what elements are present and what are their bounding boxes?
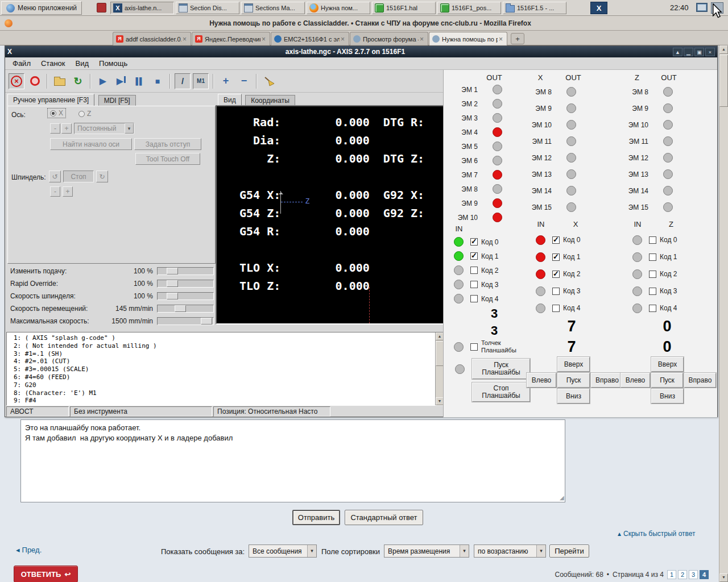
slider-handle[interactable] [175,305,186,312]
new-tab-button[interactable]: + [511,33,524,44]
post-reply-button[interactable]: ОТВЕТИТЬ ↩ [14,566,78,582]
gcode-line[interactable]: 4: #2=.01 (CUT) [14,357,444,365]
menu-item[interactable]: Станок [36,58,71,69]
x-jog-right-button[interactable]: Вправо [591,373,623,388]
stop-program-button[interactable]: ■ [150,73,166,89]
gcode-line[interactable]: 9: F#4 [14,397,444,405]
display-icon[interactable] [696,3,708,12]
window-control-button[interactable]: ▁ [684,48,693,56]
override-slider[interactable] [157,267,214,275]
tab-preview[interactable]: Вид [218,94,242,106]
menu-item[interactable]: Вид [71,58,94,69]
scrollbar-thumb[interactable] [436,341,444,366]
sort-field-select[interactable]: Время размещения [384,544,469,558]
taskbar-task-button[interactable]: 1516F1_pos... [437,2,501,14]
x-start-button[interactable]: Пуск [557,373,590,388]
submit-button[interactable]: Отправить [292,510,340,525]
tab-close-icon[interactable]: × [498,35,504,43]
slider-handle[interactable] [167,293,178,300]
code-checkbox[interactable] [470,281,478,288]
slider-handle[interactable] [167,280,178,287]
page-number[interactable]: 2 [678,570,687,579]
tab-manual-control[interactable]: Ручное управление [F3] [7,94,94,106]
override-slider[interactable] [157,317,214,325]
override-slider[interactable] [157,292,214,300]
tab-close-icon[interactable]: × [260,35,267,43]
display-period-select[interactable]: Все сообщения [249,544,317,558]
spindle-faster-button[interactable]: + [63,186,73,197]
clear-plot-button[interactable] [261,73,277,89]
gcode-scrollbar[interactable] [435,332,444,405]
spindle-ccw-button[interactable]: ↺ [49,171,61,182]
zoom-out-button[interactable]: − [236,73,252,89]
zoom-in-button[interactable]: + [218,73,234,89]
gcode-line[interactable]: 3: #1=.1 (SH) [14,350,444,358]
scroll-down-icon[interactable] [436,397,444,405]
block-delete-button[interactable]: / [175,73,191,89]
standard-reply-button[interactable]: Стандартный ответ [345,510,423,525]
code-checkbox[interactable] [552,288,560,295]
gcode-line[interactable]: 2: ( Not intended for actual milling ) [14,342,444,350]
set-offset-button[interactable]: Задать отступ [134,138,201,150]
menu-item[interactable]: Помощь [94,58,133,69]
jog-plus-button[interactable]: + [61,123,72,134]
x-jog-up-button[interactable]: Вверх [557,357,590,372]
gcode-line[interactable]: 5: #3=.00015 (SCALE) [14,365,444,373]
gcode-line[interactable]: 1: ( AXIS "splash g-code" ) [14,334,444,342]
taskbar-task-button[interactable]: Нужна пом... [307,2,370,14]
taskbar-task-button[interactable]: 1516F1.hal [372,2,436,14]
previous-page-link[interactable]: ◂ Пред. [16,546,42,554]
z-jog-right-button[interactable]: Вправо [684,373,716,388]
spindle-stop-button[interactable]: Стоп [63,171,94,182]
faceplate-start-button[interactable]: Пуск Планшайбы [472,359,530,379]
z-start-button[interactable]: Пуск [651,373,683,388]
code-checkbox[interactable] [552,271,560,278]
hide-quick-reply-link[interactable]: ▴ Скрыть быстрый ответ [618,530,696,538]
machine-power-button[interactable] [27,73,43,89]
dro-display[interactable]: Rad: 0.000 DTG R: Dia: 0.000 Z: 0.000 DT… [216,105,444,325]
scroll-down-icon[interactable] [719,573,728,582]
taskbar-applet-icon[interactable] [97,3,106,13]
textarea-resize-grip[interactable]: ◢ [560,494,564,501]
spindle-slower-button[interactable]: - [50,186,60,197]
code-checkbox[interactable] [552,253,560,261]
optional-pause-button[interactable]: M1 [193,73,209,89]
taskbar-task-button[interactable]: 1516F1.5 - ... [503,2,566,14]
taskbar-task-button[interactable]: Sections Ma... [241,2,305,14]
pause-button[interactable]: ▌▌ [131,73,147,89]
tab-close-icon[interactable]: × [181,35,188,43]
page-number[interactable]: 4 [700,570,709,579]
window-control-button[interactable]: × [705,48,715,56]
x-jog-left-button[interactable]: Влево [527,373,556,388]
browser-tab[interactable]: Просмотр форума - ... × [350,32,428,45]
window-control-button[interactable]: ▲ [673,48,682,56]
tray-x-window-icon[interactable] [590,2,607,14]
gcode-line[interactable]: 8: (Character: 'E') M1 [14,389,444,397]
taskbar-task-button[interactable]: axis-lathe.n... [110,2,174,14]
browser-tab[interactable]: addf classicladder.0.r... × [113,32,191,45]
code-checkbox[interactable] [470,295,478,302]
go-button[interactable]: Перейти [549,544,589,558]
z-jog-left-button[interactable]: Влево [621,373,650,388]
gcode-listing[interactable]: 1: ( AXIS "splash g-code" )2: ( Not inte… [6,332,444,406]
jog-minus-button[interactable]: - [50,123,60,134]
page-scrollbar[interactable] [719,45,728,582]
code-checkbox[interactable] [470,238,478,246]
code-checkbox[interactable] [470,252,478,260]
axis-titlebar[interactable]: X axis-lathe.ngc - AXIS 2.7.7 on 1516F1 … [5,46,717,57]
tab-dro[interactable]: Координаты [245,95,295,106]
slider-handle[interactable] [167,268,178,275]
taskbar-task-button[interactable]: Section Dis... [176,2,239,14]
code-checkbox[interactable] [649,305,656,312]
tab-mdi[interactable]: MDI [F5] [98,95,136,106]
reload-file-button[interactable]: ↻ [70,73,86,89]
spindle-cw-button[interactable]: ↻ [96,171,108,182]
faceplate-stop-button[interactable]: Стоп Планшайбы [472,383,530,402]
code-checkbox[interactable] [649,288,656,295]
tab-close-icon[interactable]: × [419,35,425,43]
axis-x-radio[interactable]: X [48,109,65,118]
code-checkbox[interactable] [552,305,560,312]
gcode-line[interactable]: 6: #4=60 (FEED) [14,373,444,381]
jog-increment-select[interactable]: Постоянный [74,123,134,134]
estop-button[interactable]: × [9,73,24,89]
